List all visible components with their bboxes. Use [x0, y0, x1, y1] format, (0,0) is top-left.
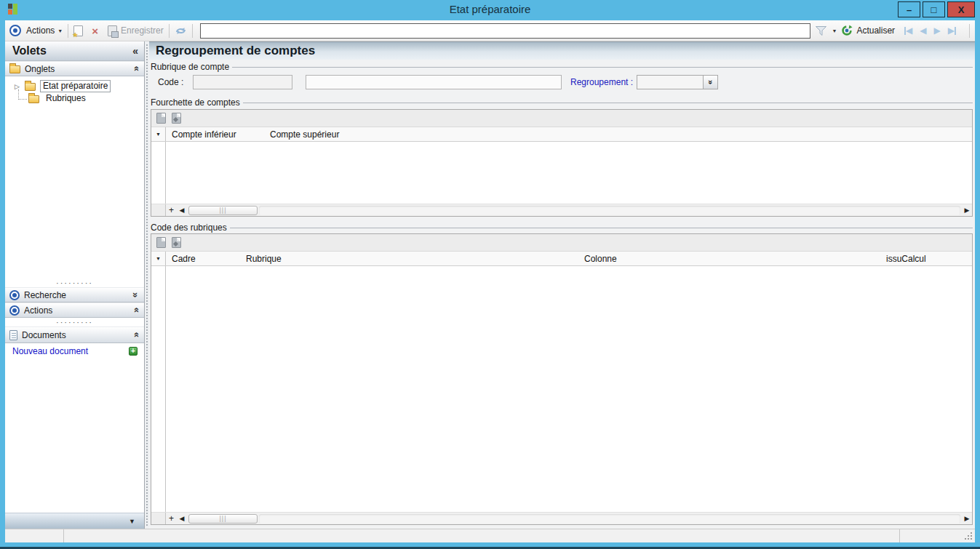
group-rubrique-de-compte: Rubrique de compte: [151, 62, 973, 71]
search-input[interactable]: [200, 23, 811, 39]
target-icon: [9, 290, 20, 300]
scroll-right-icon[interactable]: ▶: [962, 515, 972, 522]
sidebar-section-actions[interactable]: Actions »: [5, 302, 144, 318]
toolbar-separator: [68, 24, 68, 38]
sidebar-section-recherche[interactable]: Recherche »: [5, 287, 144, 302]
window-title: Etat préparatoire: [0, 3, 980, 15]
sidebar-filler: [5, 359, 144, 513]
column-header-issucalcul[interactable]: issuCalcul: [880, 252, 972, 265]
nav-previous-icon[interactable]: ◀: [920, 25, 926, 36]
folder-icon: [9, 65, 20, 73]
main-panel: Regroupement de comptes Rubrique de comp…: [149, 41, 975, 529]
sidebar-section-onglets[interactable]: Onglets »: [5, 61, 144, 76]
row-selector-footer: [151, 204, 166, 216]
rubrique-name-input[interactable]: [306, 75, 562, 89]
chevron-down-icon: »: [706, 80, 715, 84]
title-bar: Etat préparatoire – □ X: [0, 0, 980, 20]
grid-insert-icon[interactable]: [172, 113, 181, 124]
save-button[interactable]: Enregistrer: [121, 25, 164, 36]
code-input[interactable]: [193, 75, 292, 89]
row-selector-footer: [151, 513, 166, 524]
scrollbar-track[interactable]: [259, 206, 960, 215]
actualiser-icon[interactable]: [841, 25, 853, 36]
actions-target-icon[interactable]: [9, 25, 21, 36]
page-header: Regroupement de comptes: [149, 41, 975, 60]
scroll-left-icon[interactable]: ◀: [177, 515, 187, 522]
tree-item-rubriques[interactable]: Rubriques: [5, 92, 144, 105]
toolbar-separator: [192, 24, 193, 38]
delete-icon[interactable]: ×: [92, 25, 98, 36]
target-icon: [9, 305, 20, 316]
chevron-up-icon[interactable]: »: [130, 66, 141, 71]
sidebar-bottom-bar[interactable]: ▼: [5, 513, 144, 529]
chevron-up-icon[interactable]: »: [130, 308, 141, 313]
add-icon[interactable]: +: [129, 347, 138, 356]
fourchette-grid-body[interactable]: [151, 142, 972, 204]
grid-attach-icon[interactable]: [156, 237, 166, 248]
folder-icon: [28, 95, 39, 103]
maximize-button[interactable]: □: [923, 1, 945, 17]
row-selector-icon: ▼: [156, 256, 161, 261]
column-header-colonne[interactable]: Colonne: [578, 252, 880, 265]
new-document-row: Nouveau document +: [5, 343, 144, 359]
refresh-arrows-icon[interactable]: [175, 25, 187, 36]
new-document-link[interactable]: Nouveau document: [12, 346, 129, 356]
scroll-add-button[interactable]: +: [166, 205, 177, 215]
column-header-compte-superieur[interactable]: Compte supérieur: [264, 127, 972, 141]
row-selector-header[interactable]: ▼: [151, 252, 166, 265]
save-icon[interactable]: [108, 25, 117, 36]
status-bar: [5, 529, 975, 542]
scrollbar-track[interactable]: [259, 514, 960, 524]
chevron-down-icon[interactable]: »: [130, 292, 141, 297]
sidebar-collapse-icon[interactable]: «: [132, 45, 138, 57]
more-down-icon[interactable]: ▼: [129, 518, 135, 525]
close-button[interactable]: X: [947, 1, 975, 17]
main-toolbar: Actions ▼ ★ × Enregistrer ▼: [5, 20, 975, 41]
nav-last-icon[interactable]: ▶: [948, 25, 956, 36]
document-icon: [9, 330, 17, 340]
onglets-tree: ▷ Etat préparatoire Rubriques: [5, 76, 144, 278]
new-document-icon[interactable]: ★: [73, 25, 83, 36]
grid-attach-icon[interactable]: [156, 113, 166, 124]
status-cell-right: [899, 529, 975, 542]
app-window: Etat préparatoire – □ X Actions ▼ ★ × En…: [0, 0, 980, 549]
scroll-left-icon[interactable]: ◀: [177, 207, 187, 214]
scroll-right-icon[interactable]: ▶: [962, 207, 972, 214]
code-label: Code :: [158, 77, 193, 87]
actions-menu-button[interactable]: Actions: [26, 25, 55, 36]
filter-funnel-icon[interactable]: [815, 25, 827, 36]
status-cell-main: [64, 529, 899, 542]
scrollbar-thumb[interactable]: |||: [188, 514, 258, 524]
scroll-add-button[interactable]: +: [166, 513, 177, 524]
nav-first-icon[interactable]: ◀: [904, 25, 912, 36]
grid-insert-icon[interactable]: [172, 237, 181, 248]
sidebar-header: Volets «: [5, 41, 144, 61]
column-header-cadre[interactable]: Cadre: [166, 252, 240, 265]
column-header-rubrique[interactable]: Rubrique: [240, 252, 578, 265]
sidebar-splitter[interactable]: ·········: [5, 318, 144, 326]
toolbar-separator: [169, 24, 170, 38]
status-cell-left: [5, 529, 64, 542]
row-selector-header[interactable]: ▼: [151, 127, 166, 141]
rubriques-grid-scrollbar: + ◀ ||| ▶: [151, 512, 972, 524]
fourchette-grid: ▼ Compte inférieur Compte supérieur + ◀ …: [151, 109, 973, 217]
regroupement-label: Regroupement :: [570, 77, 633, 87]
resize-grip[interactable]: [971, 538, 972, 540]
sidebar-section-documents[interactable]: Documents »: [5, 326, 144, 343]
chevron-up-icon[interactable]: »: [130, 332, 141, 337]
column-header-compte-inferieur[interactable]: Compte inférieur: [166, 127, 264, 141]
actualiser-button[interactable]: Actualiser: [856, 25, 895, 36]
fourchette-grid-scrollbar: + ◀ ||| ▶: [151, 204, 972, 216]
actions-dropdown-arrow-icon[interactable]: ▼: [57, 28, 63, 33]
group-fourchette-de-comptes: Fourchette de comptes: [151, 97, 973, 107]
scrollbar-thumb[interactable]: |||: [188, 206, 258, 215]
combobox-dropdown-button[interactable]: »: [703, 76, 717, 89]
regroupement-combobox[interactable]: »: [637, 75, 718, 89]
minimize-button[interactable]: –: [898, 1, 920, 17]
rubriques-grid-body[interactable]: [151, 266, 972, 512]
nav-next-icon[interactable]: ▶: [934, 25, 941, 36]
sidebar-title: Volets: [12, 44, 132, 57]
toolbar-separator: [969, 24, 970, 38]
filter-dropdown-arrow-icon[interactable]: ▼: [832, 28, 837, 33]
sidebar-splitter[interactable]: ·········: [5, 278, 144, 287]
